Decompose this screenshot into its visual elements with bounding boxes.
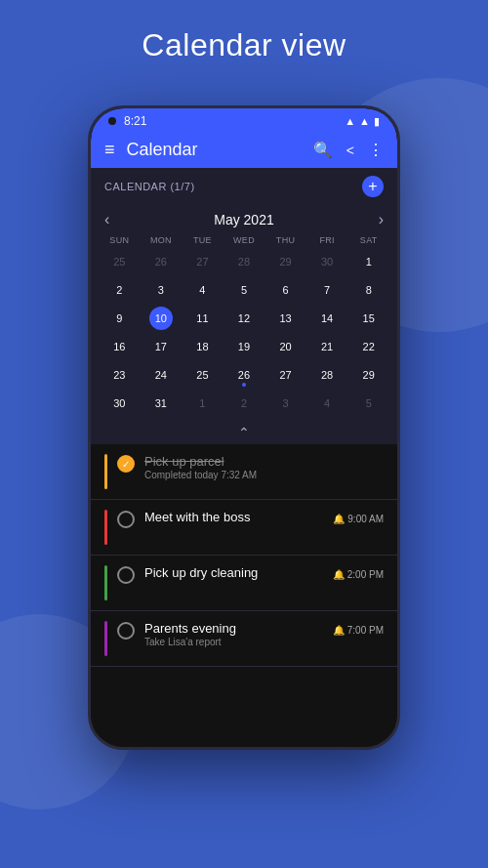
task-list: ✓Pick up parcelCompleted today 7:32 AMMe…	[91, 444, 397, 747]
calendar-day[interactable]: 8	[347, 276, 389, 304]
task-item[interactable]: ✓Pick up parcelCompleted today 7:32 AM	[91, 444, 397, 500]
calendar-day[interactable]: 27	[182, 248, 224, 275]
calendar-grid: 2526272829301234567891011121314151617181…	[91, 248, 397, 423]
calendar-header-row: CALENDAR (1/7) +	[91, 168, 397, 205]
task-time: 🔔7:00 PM	[333, 625, 384, 636]
calendar-day[interactable]: 7	[306, 276, 348, 304]
status-left: 8:21	[108, 114, 146, 128]
calendar-day[interactable]: 19	[224, 333, 265, 360]
calendar-day[interactable]: 30	[99, 390, 141, 417]
calendar-day[interactable]: 12	[224, 305, 265, 332]
status-time: 8:21	[124, 114, 146, 128]
day-header-thu: THU	[264, 232, 306, 248]
task-color-bar	[104, 621, 107, 656]
calendar-day[interactable]: 17	[141, 333, 183, 360]
task-checkbox[interactable]	[117, 622, 135, 640]
calendar-day[interactable]: 13	[264, 305, 306, 332]
calendar-day[interactable]: 24	[141, 361, 183, 389]
calendar-day[interactable]: 16	[99, 333, 141, 360]
calendar-day[interactable]: 31	[141, 390, 183, 417]
calendar-day[interactable]: 27	[264, 361, 306, 389]
calendar-day[interactable]: 25	[182, 361, 224, 389]
more-icon[interactable]: ⋮	[368, 141, 384, 159]
share-icon[interactable]: <	[346, 143, 354, 158]
next-month-button[interactable]: ›	[379, 211, 384, 228]
app-bar-title: Calendar	[127, 140, 302, 160]
collapse-button[interactable]: ⌃	[238, 425, 250, 440]
task-color-bar	[104, 510, 107, 545]
calendar-day[interactable]: 18	[182, 333, 224, 360]
calendar-day[interactable]: 11	[182, 305, 224, 332]
calendar-day[interactable]: 26	[141, 248, 183, 275]
page-title: Calendar view	[0, 0, 488, 81]
alarm-icon: 🔔	[333, 625, 345, 636]
task-content: Pick up parcelCompleted today 7:32 AM	[144, 454, 384, 480]
month-nav: ‹ May 2021 ›	[91, 205, 397, 232]
calendar-day[interactable]: 6	[264, 276, 306, 304]
task-subtitle: Completed today 7:32 AM	[144, 470, 384, 480]
alarm-icon: 🔔	[333, 514, 345, 524]
calendar-day[interactable]: 4	[306, 390, 348, 417]
calendar-day[interactable]: 26	[224, 361, 265, 389]
camera-dot	[108, 117, 116, 125]
calendar-day[interactable]: 1	[347, 248, 389, 275]
day-header-sun: SUN	[99, 232, 141, 248]
calendar-container: ‹ May 2021 › SUN MON TUE WED THU FRI SAT…	[91, 205, 397, 423]
calendar-day[interactable]: 28	[306, 361, 348, 389]
task-color-bar	[104, 454, 107, 489]
calendar-day[interactable]: 2	[99, 276, 141, 304]
day-header-sat: SAT	[347, 232, 389, 248]
calendar-day[interactable]: 22	[347, 333, 389, 360]
calendar-day[interactable]: 20	[264, 333, 306, 360]
day-header-tue: TUE	[182, 232, 224, 248]
calendar-day[interactable]: 15	[347, 305, 389, 332]
task-item[interactable]: Parents eveningTake Lisa'a report🔔7:00 P…	[91, 611, 397, 667]
task-time-text: 2:00 PM	[347, 569, 384, 580]
task-subtitle: Take Lisa'a report	[144, 637, 333, 647]
calendar-day[interactable]: 5	[224, 276, 265, 304]
task-time-text: 7:00 PM	[347, 625, 384, 636]
status-icons: ▲ ▲ ▮	[345, 115, 380, 128]
collapse-row: ⌃	[91, 423, 397, 444]
task-item[interactable]: Pick up dry cleaning🔔2:00 PM	[91, 556, 397, 611]
calendar-day[interactable]: 10	[141, 305, 183, 332]
task-content: Parents eveningTake Lisa'a report	[144, 621, 333, 647]
task-title: Meet with the boss	[144, 510, 333, 524]
day-header-mon: MON	[141, 232, 183, 248]
calendar-day[interactable]: 28	[224, 248, 265, 275]
add-event-button[interactable]: +	[362, 176, 384, 197]
calendar-day[interactable]: 4	[182, 276, 224, 304]
menu-icon[interactable]: ≡	[104, 140, 115, 160]
task-item[interactable]: Meet with the boss🔔9:00 AM	[91, 500, 397, 556]
calendar-day[interactable]: 23	[99, 361, 141, 389]
calendar-day[interactable]: 29	[347, 361, 389, 389]
app-bar-icons: 🔍 < ⋮	[313, 141, 384, 159]
task-title: Pick up dry cleaning	[144, 565, 333, 580]
calendar-day[interactable]: 21	[306, 333, 348, 360]
prev-month-button[interactable]: ‹	[104, 211, 109, 228]
day-header-fri: FRI	[306, 232, 348, 248]
calendar-day[interactable]: 3	[141, 276, 183, 304]
task-checkbox[interactable]: ✓	[117, 455, 135, 473]
calendar-day[interactable]: 9	[99, 305, 141, 332]
calendar-day[interactable]: 1	[182, 390, 224, 417]
calendar-day[interactable]: 5	[347, 390, 389, 417]
task-time-text: 9:00 AM	[347, 514, 384, 524]
calendar-day[interactable]: 14	[306, 305, 348, 332]
calendar-day[interactable]: 3	[264, 390, 306, 417]
task-checkbox[interactable]	[117, 566, 135, 584]
day-headers: SUN MON TUE WED THU FRI SAT	[91, 232, 397, 248]
phone-screen: 8:21 ▲ ▲ ▮ ≡ Calendar 🔍 < ⋮ CALENDAR (1/…	[91, 108, 397, 747]
search-icon[interactable]: 🔍	[313, 141, 333, 159]
calendar-day[interactable]: 29	[264, 248, 306, 275]
month-title: May 2021	[214, 212, 273, 227]
calendar-day[interactable]: 2	[224, 390, 265, 417]
phone-frame: 8:21 ▲ ▲ ▮ ≡ Calendar 🔍 < ⋮ CALENDAR (1/…	[88, 105, 400, 750]
task-title: Pick up parcel	[144, 454, 384, 469]
task-checkbox[interactable]	[117, 511, 135, 528]
calendar-day[interactable]: 30	[306, 248, 348, 275]
battery-icon: ▮	[374, 115, 380, 128]
task-title: Parents evening	[144, 621, 333, 636]
calendar-day[interactable]: 25	[99, 248, 141, 275]
task-content: Pick up dry cleaning	[144, 565, 333, 580]
